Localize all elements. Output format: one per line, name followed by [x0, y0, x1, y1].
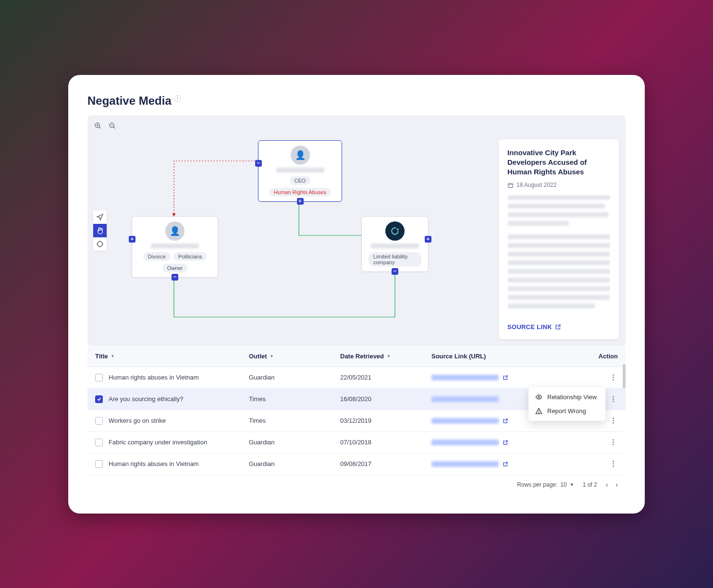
- eye-icon: [535, 393, 542, 401]
- tag: Limited liability company: [369, 252, 421, 267]
- row-title: Human rights abuses in Vietnam: [109, 374, 199, 381]
- tag: Politicians: [173, 252, 207, 261]
- row-outlet: Times: [249, 417, 340, 424]
- row-title: Human rights abuses in Vietnam: [109, 460, 199, 467]
- expand-handle[interactable]: +: [297, 198, 304, 205]
- row-date: 22/05/2021: [340, 374, 431, 381]
- row-actions-menu[interactable]: [608, 373, 618, 382]
- source-link[interactable]: SOURCE LINK: [507, 323, 610, 331]
- page-status: 1 of 2: [583, 481, 597, 488]
- table-row[interactable]: Human rights abuses in Vietnam Guardian …: [87, 367, 626, 389]
- svg-point-18: [539, 412, 539, 413]
- row-outlet: Times: [249, 395, 340, 403]
- tag: Owner: [162, 264, 187, 272]
- row-title: Workers go on strike: [109, 417, 166, 424]
- menu-relationship-view[interactable]: Relationship View: [529, 390, 605, 404]
- node-tags: Limited liability company: [369, 252, 421, 267]
- col-date[interactable]: Date Retrieved▼: [340, 353, 431, 360]
- col-action: Action: [547, 353, 618, 360]
- row-checkbox[interactable]: [95, 395, 103, 403]
- company-icon: [385, 221, 405, 241]
- zoom-controls: [93, 121, 117, 131]
- node-name-redacted: [151, 244, 199, 248]
- media-table: Title▼ Outlet▼ Date Retrieved▼ Source Li…: [87, 346, 626, 494]
- row-actions-menu[interactable]: [608, 459, 618, 469]
- row-checkbox[interactable]: [95, 439, 103, 446]
- col-title[interactable]: Title▼: [95, 353, 249, 360]
- avatar-icon: 👤: [165, 221, 184, 241]
- row-date: 16/08/2020: [340, 395, 431, 403]
- zoom-in-button[interactable]: [93, 121, 103, 131]
- col-outlet[interactable]: Outlet▼: [249, 353, 340, 360]
- external-link-icon: [503, 461, 508, 467]
- svg-line-5: [113, 127, 115, 128]
- info-icon[interactable]: i: [174, 95, 181, 102]
- menu-report-wrong[interactable]: Report Wrong: [529, 404, 605, 418]
- external-link-icon: [503, 440, 508, 445]
- collapse-handle[interactable]: −: [255, 160, 262, 167]
- graph-node-ceo[interactable]: 👤 CEO Human Rights Abuses − +: [258, 140, 342, 202]
- svg-point-16: [538, 396, 540, 398]
- graph-canvas[interactable]: 👤 CEO Human Rights Abuses − + 👤 Divorce …: [87, 115, 626, 346]
- row-checkbox[interactable]: [95, 417, 103, 425]
- table-header: Title▼ Outlet▼ Date Retrieved▼ Source Li…: [87, 346, 626, 367]
- article-date: 18 August 2022: [507, 182, 610, 188]
- collapse-handle[interactable]: −: [392, 268, 398, 275]
- node-name-redacted: [371, 244, 419, 248]
- row-title: Fabric company under investigation: [109, 439, 207, 446]
- row-outlet: Guardian: [249, 439, 340, 446]
- scrollbar[interactable]: [623, 364, 626, 388]
- article-title: Innovative City Park Developers Accused …: [507, 148, 610, 177]
- node-name-redacted: [276, 168, 324, 172]
- tag: CEO: [290, 176, 311, 185]
- table-row[interactable]: Human rights abuses in Vietnam Guardian …: [87, 453, 626, 475]
- prev-page[interactable]: ‹: [606, 481, 608, 489]
- row-title: Are you sourcing ethically?: [109, 395, 183, 403]
- row-date: 09/08/2017: [340, 460, 431, 467]
- table-row[interactable]: Fabric company under investigation Guard…: [87, 432, 626, 453]
- row-actions-menu[interactable]: [608, 394, 618, 404]
- graph-node-company[interactable]: Limited liability company + −: [361, 216, 429, 272]
- svg-point-7: [98, 241, 103, 246]
- row-checkbox[interactable]: [95, 374, 103, 381]
- page-title: Negative Media: [87, 94, 172, 108]
- article-panel: Innovative City Park Developers Accused …: [499, 139, 619, 339]
- calendar-icon: [507, 182, 514, 188]
- row-actions-menu[interactable]: [608, 438, 618, 447]
- col-source: Source Link (URL): [431, 353, 547, 360]
- row-source-link[interactable]: [431, 440, 547, 445]
- hand-tool[interactable]: [93, 224, 107, 237]
- row-source-link[interactable]: [431, 461, 547, 467]
- row-source-link[interactable]: [431, 375, 547, 380]
- pagination: Rows per page: 10 ▼ 1 of 2 ‹ ›: [87, 475, 626, 494]
- title-row: Negative Media i: [87, 94, 626, 108]
- article-body-redacted: [507, 195, 610, 318]
- row-date: 03/12/2019: [340, 417, 431, 424]
- next-page[interactable]: ›: [615, 481, 618, 489]
- collapse-handle[interactable]: −: [172, 274, 178, 281]
- row-date: 07/10/2018: [340, 439, 431, 446]
- tool-palette: [93, 210, 107, 251]
- graph-node-person[interactable]: 👤 Divorce Politicians Owner + −: [132, 216, 218, 278]
- pointer-tool[interactable]: [93, 210, 107, 224]
- row-context-menu: Relationship View Report Wrong: [529, 387, 605, 421]
- svg-rect-12: [508, 183, 513, 187]
- expand-handle[interactable]: +: [129, 236, 135, 243]
- app-window: Negative Media i: [68, 75, 645, 514]
- expand-handle[interactable]: +: [425, 236, 431, 243]
- row-outlet: Guardian: [249, 460, 340, 467]
- tag: Human Rights Abuses: [269, 188, 331, 196]
- row-checkbox[interactable]: [95, 460, 103, 468]
- avatar-icon: 👤: [291, 146, 310, 165]
- table-body: Human rights abuses in Vietnam Guardian …: [87, 367, 626, 475]
- tag: Divorce: [143, 252, 171, 261]
- external-link-icon: [503, 418, 508, 424]
- row-actions-menu[interactable]: [608, 416, 618, 426]
- svg-line-1: [99, 127, 100, 128]
- target-tool[interactable]: [93, 237, 107, 251]
- row-outlet: Guardian: [249, 374, 340, 381]
- zoom-out-button[interactable]: [108, 121, 117, 131]
- external-link-icon: [555, 324, 561, 330]
- rows-per-page[interactable]: Rows per page: 10 ▼: [517, 481, 574, 488]
- node-tags: Divorce Politicians Owner: [139, 252, 211, 272]
